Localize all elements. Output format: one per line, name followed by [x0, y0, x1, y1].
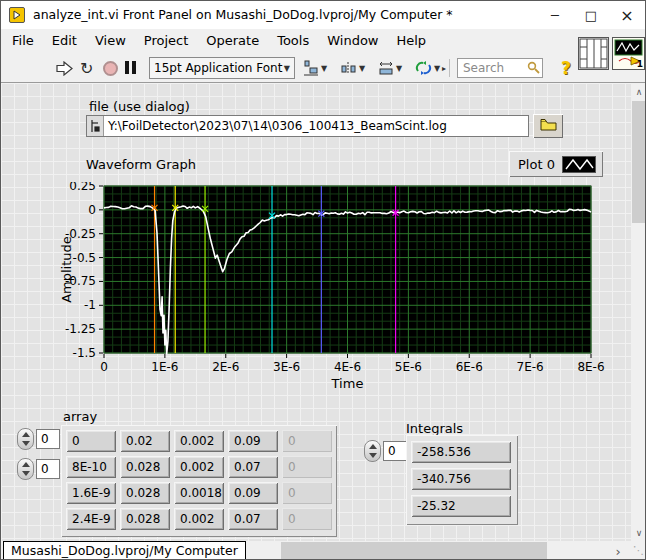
array-cell[interactable]: 0.07	[228, 456, 278, 478]
chevron-down-icon: ▼	[321, 64, 327, 73]
array-cell-out-of-range: 0	[282, 482, 332, 504]
file-path-control[interactable]: Y:\FoilDetector\2023\07\14\0306_100413_B…	[86, 115, 529, 137]
svg-text:-1: -1	[84, 298, 96, 312]
svg-text:6E-6: 6E-6	[456, 360, 483, 374]
menu-item-edit[interactable]: Edit	[43, 29, 86, 53]
array-cell[interactable]: 0.002	[174, 456, 224, 478]
array-cell[interactable]: 8E-10	[66, 456, 116, 478]
array-cell[interactable]: 0.02	[120, 430, 170, 452]
integral-value[interactable]: -25.32	[411, 495, 511, 517]
font-selector-value: 15pt Application Font	[154, 61, 282, 75]
array-data-frame: 0 0.02 0.002 0.09 0 8E-10 0.028 0.002 0.…	[61, 425, 337, 537]
plot-legend[interactable]: Plot 0	[509, 151, 603, 177]
svg-text:-1.5: -1.5	[73, 346, 96, 360]
menu-item-project[interactable]: Project	[135, 29, 197, 53]
chevron-down-icon: ▼	[434, 64, 440, 73]
menu-item-file[interactable]: File	[3, 29, 43, 53]
toolbar-overflow-icon[interactable]: ▸	[442, 64, 446, 73]
maximize-button[interactable]: □	[573, 1, 609, 29]
array-cell[interactable]: 0.0018	[174, 482, 224, 504]
array-cell[interactable]: 0.09	[228, 430, 278, 452]
array-cell-out-of-range: 0	[282, 456, 332, 478]
array-cell[interactable]: 0.09	[228, 482, 278, 504]
vi-identity-block: 1	[578, 37, 645, 70]
array-cell[interactable]: 0.028	[120, 482, 170, 504]
svg-text:0: 0	[88, 203, 96, 217]
scroll-left-icon[interactable]: ‹	[209, 541, 227, 560]
menu-item-operate[interactable]: Operate	[197, 29, 268, 53]
menu-item-view[interactable]: View	[86, 29, 135, 53]
array-cell-out-of-range: 0	[282, 430, 332, 452]
waveform-graph-plot[interactable]: 01E-62E-63E-64E-65E-66E-67E-68E-60.250-0…	[59, 182, 611, 394]
menu-item-help[interactable]: Help	[387, 29, 435, 53]
scroll-right-icon[interactable]: ›	[609, 541, 627, 560]
window-title: analyze_int.vi Front Panel on Musashi_Do…	[33, 1, 453, 29]
minimize-button[interactable]: ─	[537, 1, 573, 29]
array-col-index-spinner[interactable]	[17, 458, 34, 480]
pause-button[interactable]	[125, 61, 136, 74]
title-bar: analyze_int.vi Front Panel on Musashi_Do…	[1, 1, 645, 29]
search-box	[457, 58, 543, 78]
svg-text:1E-6: 1E-6	[151, 360, 178, 374]
labview-app-icon	[9, 7, 25, 23]
svg-text:2E-6: 2E-6	[212, 360, 239, 374]
array-cell[interactable]: 0.07	[228, 508, 278, 530]
file-path-value[interactable]: Y:\FoilDetector\2023\07\14\0306_100413_B…	[104, 119, 447, 133]
svg-text:4E-6: 4E-6	[334, 360, 361, 374]
menu-item-tools[interactable]: Tools	[268, 29, 318, 53]
array-cell[interactable]: 0	[66, 430, 116, 452]
close-button[interactable]: ×	[609, 1, 645, 29]
plot-style-icon[interactable]	[562, 156, 596, 173]
vi-icon[interactable]: 1	[612, 37, 645, 70]
align-objects-dropdown[interactable]: ▼	[303, 60, 327, 76]
plot-legend-name: Plot 0	[518, 157, 555, 172]
graph-label: Waveform Graph	[86, 157, 196, 172]
array-cell[interactable]: 2.4E-9	[66, 508, 116, 530]
svg-text:3E-6: 3E-6	[273, 360, 300, 374]
abort-button[interactable]	[103, 61, 118, 76]
array-row-index-value[interactable]: 0	[36, 429, 60, 449]
vertical-scrollbar-thumb[interactable]	[632, 101, 646, 223]
browse-button[interactable]	[533, 114, 563, 138]
horizontal-scrollbar-thumb[interactable]	[281, 542, 547, 560]
svg-text:7E-6: 7E-6	[517, 360, 544, 374]
array-col-index-value[interactable]: 0	[36, 459, 60, 479]
array-row-index-spinner[interactable]	[17, 428, 34, 450]
vertical-scrollbar[interactable]: ∧ ∨	[631, 83, 646, 541]
file-path-label: file (use dialog)	[89, 99, 190, 114]
svg-text:5E-6: 5E-6	[395, 360, 422, 374]
resize-objects-dropdown[interactable]: ▼	[378, 60, 402, 76]
svg-text:-1.25: -1.25	[65, 322, 96, 336]
integral-value[interactable]: -340.756	[411, 468, 511, 490]
run-continuously-button[interactable]: ↻	[80, 59, 93, 78]
array-cell[interactable]: 0.028	[120, 456, 170, 478]
array-cell[interactable]: 0.002	[174, 430, 224, 452]
context-help-button[interactable]: ?	[557, 56, 575, 80]
font-selector-dropdown[interactable]: 15pt Application Font ▼	[149, 57, 295, 79]
svg-text:Amplitude: Amplitude	[59, 236, 74, 303]
front-panel: file (use dialog) Y:\FoilDetector\2023\0…	[1, 83, 631, 541]
chevron-down-icon: ▼	[359, 64, 365, 73]
toolbar-separator	[449, 59, 450, 77]
connector-pane-icon[interactable]	[578, 37, 609, 70]
toolbar: ↻ 15pt Application Font ▼ ▼ ▼ ▼ ▼ ▸	[1, 53, 645, 83]
search-icon	[527, 61, 540, 77]
distribute-objects-dropdown[interactable]: ▼	[341, 60, 365, 76]
scroll-up-icon[interactable]: ∧	[631, 83, 646, 100]
array-cell[interactable]: 1.6E-9	[66, 482, 116, 504]
reorder-objects-dropdown[interactable]: ▼	[415, 60, 440, 76]
array-cell[interactable]: 0.002	[174, 508, 224, 530]
path-type-icon[interactable]	[87, 116, 104, 136]
integrals-index-spinner[interactable]	[364, 440, 381, 462]
run-button[interactable]	[56, 61, 74, 76]
svg-text:0: 0	[100, 360, 108, 374]
scroll-down-icon[interactable]: ∨	[631, 524, 646, 541]
menu-item-window[interactable]: Window	[318, 29, 387, 53]
chevron-down-icon: ▼	[284, 64, 290, 73]
integral-value[interactable]: -258.536	[411, 441, 511, 463]
svg-text:Time: Time	[331, 376, 364, 391]
integrals-data-frame: -258.536 -340.756 -25.32	[406, 435, 518, 525]
window-resize-grip[interactable]: ⋱	[633, 544, 644, 557]
array-cell[interactable]: 0.028	[120, 508, 170, 530]
chevron-down-icon: ▼	[396, 64, 402, 73]
